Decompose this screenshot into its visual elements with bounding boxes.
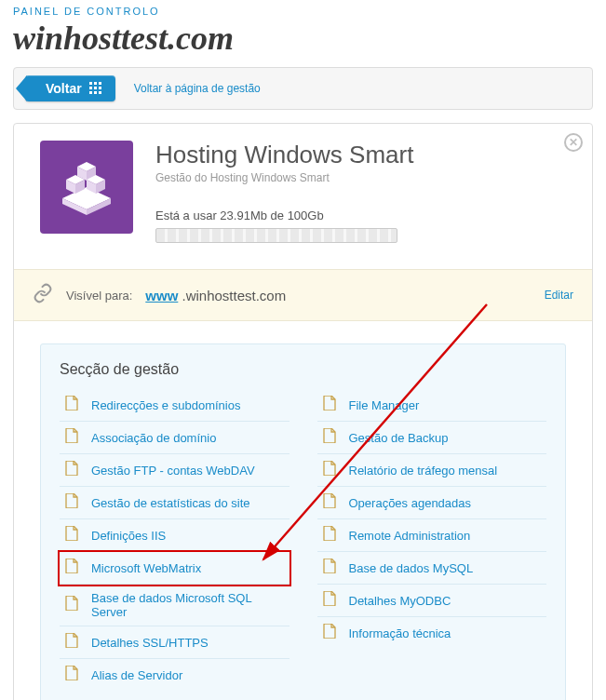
visible-for-label: Visível para:: [66, 289, 132, 303]
management-item[interactable]: Redirecções e subdomínios: [60, 389, 290, 422]
management-item[interactable]: Detalhes MyODBC: [317, 585, 547, 617]
management-col-right: File ManagerGestão de BackupRelatório de…: [317, 389, 547, 691]
management-link[interactable]: Remote Administration: [349, 529, 471, 543]
card-header: Hosting Windows Smart Gestão do Hosting …: [14, 124, 592, 269]
management-link[interactable]: File Manager: [349, 398, 420, 412]
file-icon: [323, 624, 336, 642]
close-icon: ✕: [569, 136, 578, 149]
main-card: ✕: [13, 123, 593, 700]
management-link[interactable]: Detalhes MyODBC: [349, 594, 451, 608]
management-section: Secção de gestão Redirecções e subdomíni…: [40, 343, 566, 700]
file-icon: [65, 428, 78, 447]
usage-progress-bar: [155, 228, 397, 243]
management-item[interactable]: Alias de Servidor: [60, 659, 290, 691]
management-link[interactable]: Gestão FTP - contas WebDAV: [91, 464, 255, 478]
svg-rect-1: [94, 82, 97, 85]
visible-domain-link[interactable]: www .winhosttest.com: [145, 288, 286, 303]
svg-rect-6: [89, 91, 92, 94]
management-link[interactable]: Gestão de Backup: [349, 431, 449, 445]
management-link[interactable]: Relatório de tráfego mensal: [349, 464, 498, 478]
management-link[interactable]: Base de dados Microsoft SQL Server: [91, 591, 284, 619]
visible-for-bar: Visível para: www .winhosttest.com Edita…: [14, 269, 592, 321]
link-icon: [33, 283, 53, 307]
back-button[interactable]: Voltar: [25, 75, 115, 101]
management-item[interactable]: Gestão FTP - contas WebDAV: [60, 454, 290, 487]
management-item[interactable]: Microsoft WebMatrix: [60, 552, 290, 585]
file-icon: [65, 526, 78, 545]
management-link[interactable]: Informação técnica: [349, 626, 451, 640]
management-item[interactable]: Gestão de Backup: [317, 422, 547, 454]
svg-rect-4: [94, 87, 97, 89]
management-link[interactable]: Microsoft WebMatrix: [91, 561, 201, 575]
svg-rect-5: [99, 87, 101, 89]
file-icon: [65, 461, 78, 479]
management-item[interactable]: Relatório de tráfego mensal: [317, 454, 547, 487]
file-icon: [65, 396, 78, 414]
back-to-management-link[interactable]: Voltar à página de gestão: [134, 82, 261, 95]
svg-rect-3: [89, 87, 92, 89]
management-item[interactable]: Definições IIS: [60, 519, 290, 552]
file-icon: [65, 596, 78, 614]
management-item[interactable]: Informação técnica: [317, 617, 547, 649]
management-item[interactable]: Detalhes SSL/HTTPS: [60, 626, 290, 659]
file-icon: [323, 396, 336, 414]
management-link[interactable]: Redirecções e subdomínios: [91, 398, 240, 412]
file-icon: [323, 493, 336, 512]
close-button[interactable]: ✕: [564, 133, 583, 152]
file-icon: [323, 428, 336, 447]
management-link[interactable]: Detalhes SSL/HTTPS: [91, 636, 209, 650]
svg-rect-8: [99, 91, 101, 94]
management-item[interactable]: Base de dados MySQL: [317, 552, 547, 585]
file-icon: [323, 559, 336, 577]
management-col-left: Redirecções e subdomíniosAssociação de d…: [60, 389, 290, 691]
management-link[interactable]: Gestão de estatísticas do site: [91, 496, 250, 510]
management-link[interactable]: Base de dados MySQL: [349, 561, 474, 575]
file-icon: [65, 633, 78, 652]
management-item[interactable]: Gestão de estatísticas do site: [60, 487, 290, 519]
file-icon: [323, 461, 336, 479]
grid-icon: [89, 82, 102, 95]
management-item[interactable]: File Manager: [317, 389, 547, 422]
management-title: Secção de gestão: [60, 361, 546, 378]
breadcrumb[interactable]: PAINEL DE CONTROLO: [0, 0, 606, 19]
visible-domain-www: www: [145, 288, 178, 303]
svg-rect-2: [99, 82, 101, 85]
file-icon: [323, 591, 336, 610]
management-link[interactable]: Definições IIS: [91, 529, 166, 543]
file-icon: [65, 559, 78, 577]
management-item[interactable]: Associação de domínio: [60, 422, 290, 454]
edit-link[interactable]: Editar: [545, 289, 573, 302]
page-title: winhosttest.com: [0, 19, 606, 67]
management-item[interactable]: Base de dados Microsoft SQL Server: [60, 585, 290, 626]
svg-rect-0: [89, 82, 92, 85]
hosting-icon: [40, 141, 133, 234]
file-icon: [65, 666, 78, 684]
product-subtitle: Gestão do Hosting Windows Smart: [155, 171, 566, 184]
management-link[interactable]: Operações agendadas: [349, 496, 472, 510]
svg-rect-7: [94, 91, 97, 94]
management-link[interactable]: Associação de domínio: [91, 431, 216, 445]
management-item[interactable]: Remote Administration: [317, 519, 547, 552]
visible-domain-rest: .winhosttest.com: [178, 288, 286, 303]
management-link[interactable]: Alias de Servidor: [91, 668, 182, 682]
file-icon: [323, 526, 336, 545]
file-icon: [65, 493, 78, 512]
usage-text: Está a usar 23.91Mb de 100Gb: [155, 209, 566, 222]
product-title: Hosting Windows Smart: [155, 141, 566, 169]
management-item[interactable]: Operações agendadas: [317, 487, 547, 519]
back-bar: Voltar Voltar à página de gestão: [13, 67, 593, 110]
back-button-label: Voltar: [46, 81, 82, 96]
